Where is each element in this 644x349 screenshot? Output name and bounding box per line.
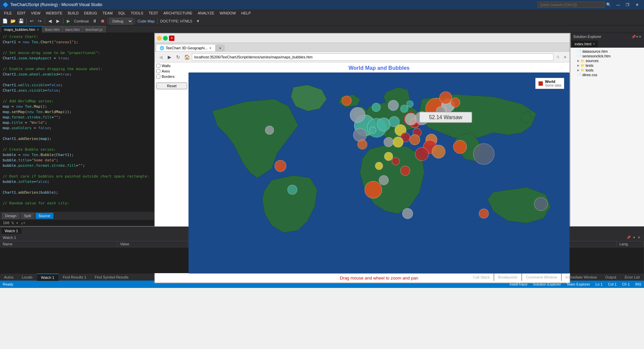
menu-test[interactable]: TEST xyxy=(146,9,161,17)
tab-maps-bubbles[interactable]: maps_bubbles.htm ✕ xyxy=(1,26,42,33)
debug-watch1[interactable]: Watch 1 xyxy=(37,273,59,281)
svg-point-23 xyxy=(473,144,494,164)
debug-find-symbol[interactable]: Find Symbol Results xyxy=(91,273,133,281)
debug-output[interactable]: Output xyxy=(601,273,621,281)
menu-file[interactable]: FILE xyxy=(1,9,14,17)
tab-bars[interactable]: bars.htm xyxy=(63,26,83,33)
menu-debug[interactable]: DEBUG xyxy=(81,9,100,17)
debug-command-window[interactable]: Command Window xyxy=(522,273,561,281)
svg-point-2 xyxy=(350,107,365,122)
debug-error-list[interactable]: Error List xyxy=(621,273,644,281)
nav-forward[interactable]: ▶ xyxy=(166,53,173,61)
tree-node-tests[interactable]: ▶ 📁 tests xyxy=(572,63,643,68)
close-panel-icon[interactable]: ✕ xyxy=(639,35,641,39)
debug-dropdown[interactable]: Debug Release xyxy=(109,18,133,24)
toolbar-redo[interactable]: ↪ xyxy=(36,17,43,25)
code-line: Chart1.zoom.keepAspect = true; xyxy=(3,56,152,61)
browser-minimize[interactable] xyxy=(157,36,162,41)
menu-help[interactable]: HELP xyxy=(238,9,254,17)
browser-new-tab[interactable]: + xyxy=(216,45,224,51)
menu-build[interactable]: BUILD xyxy=(65,9,81,17)
nav-back[interactable]: ◀ xyxy=(157,53,164,61)
tree-node-seriesonclick[interactable]: 📄 seriesonclick.htm xyxy=(572,54,643,58)
code-line xyxy=(3,195,152,201)
tab-teechart[interactable]: teechart.js xyxy=(83,26,106,33)
tree-node-datasource[interactable]: 📄 datasource.htm xyxy=(572,49,643,54)
tree-node-sources[interactable]: ▶ 📁 sources xyxy=(572,58,643,63)
tree-node-tools[interactable]: ▶ 📁 tools xyxy=(572,68,643,72)
watch-tab[interactable]: Watch 1 xyxy=(1,227,21,234)
code-line xyxy=(3,168,152,174)
toolbar-start[interactable]: ▶ xyxy=(65,17,72,25)
chart-area[interactable]: 52.14 Warsaw World Some data xyxy=(189,72,570,273)
debug-immediate-window[interactable]: Immediate Window xyxy=(561,273,601,281)
team-explorer-status[interactable]: Team Explorer xyxy=(566,282,590,286)
toolbar-undo[interactable]: ↩ xyxy=(28,17,35,25)
menu-architecture[interactable]: ARCHITECTURE xyxy=(161,9,195,17)
breakpoints-label: Breakpoints xyxy=(498,275,518,279)
split-button[interactable]: Split xyxy=(21,213,34,219)
nav-refresh[interactable]: ↻ xyxy=(174,53,182,61)
source-button[interactable]: Source xyxy=(36,213,53,219)
debug-breakpoints[interactable]: Breakpoints xyxy=(494,273,522,281)
toolbar-pause[interactable]: ⏸ xyxy=(91,17,98,25)
tab-maps-bubbles-close[interactable]: ✕ xyxy=(37,28,39,32)
axes-label: Axes xyxy=(162,69,170,73)
debug-locals[interactable]: Locals xyxy=(18,273,37,281)
toolbar-new[interactable]: 📄 xyxy=(1,17,9,25)
toolbar-back[interactable]: ◀ xyxy=(46,17,54,25)
design-button[interactable]: Design xyxy=(2,213,19,219)
pin-icon[interactable]: 📌 xyxy=(632,35,636,39)
toolbar-dropdown2[interactable]: ▾ xyxy=(194,17,202,25)
minimize-button[interactable]: — xyxy=(614,1,623,8)
cs-chevron-icon[interactable]: ▾ xyxy=(633,235,636,240)
index-tab-close[interactable]: ✕ xyxy=(593,42,595,46)
menu-view[interactable]: VIEW xyxy=(28,9,43,17)
axes-checkbox[interactable] xyxy=(156,69,160,73)
url-bar[interactable] xyxy=(192,53,553,61)
browser-tab-active[interactable]: 🌐 TeeChart 3D Geographi... ✕ xyxy=(156,45,215,51)
tab-lines[interactable]: lines.htm xyxy=(42,26,63,33)
svg-point-4 xyxy=(377,118,390,131)
browser-title-bar: ✕ xyxy=(155,34,570,43)
menu-sql[interactable]: SQL xyxy=(115,9,128,17)
debug-autos[interactable]: Autos xyxy=(0,273,18,281)
menu-team[interactable]: TEAM xyxy=(100,9,115,17)
borders-checkbox[interactable] xyxy=(156,74,160,79)
toolbar-codemap[interactable]: Code Map xyxy=(136,17,156,25)
cs-pin-icon[interactable]: 📌 xyxy=(626,235,631,240)
browser-tab-close[interactable]: ✕ xyxy=(209,46,212,50)
toolbar-forward[interactable]: ▶ xyxy=(54,17,62,25)
toolbar-open[interactable]: 📂 xyxy=(9,17,17,25)
cs-close-icon[interactable]: ✕ xyxy=(637,235,641,240)
zoom-level[interactable]: 100 % ▾ xyxy=(3,221,18,225)
toolbar-doctype[interactable]: DOCTYPE: HTML5 xyxy=(159,17,194,25)
intelli-trace[interactable]: IntelliTrace xyxy=(509,282,527,286)
toolbar-save[interactable]: 💾 xyxy=(17,17,25,25)
index-tab[interactable]: index.html ✕ xyxy=(572,41,598,47)
tree-node-dtree[interactable]: 📄 dtree.css xyxy=(572,72,643,77)
menu-edit[interactable]: EDIT xyxy=(14,9,28,17)
menu-tools[interactable]: TOOLS xyxy=(128,9,146,17)
walls-label: Walls xyxy=(162,64,170,68)
debug-call-stack[interactable]: Call Stack xyxy=(469,273,494,281)
svg-point-37 xyxy=(439,92,452,104)
nav-home[interactable]: 🏠 xyxy=(183,53,191,61)
nav-star[interactable]: ☆ xyxy=(555,54,561,60)
browser-close-chrome[interactable]: ✕ xyxy=(169,36,174,41)
solution-explorer-status[interactable]: Solution Explorer xyxy=(533,282,561,286)
close-button[interactable]: ✕ xyxy=(633,1,641,8)
menu-website[interactable]: WEBSITE xyxy=(43,9,65,17)
toolbar-stop[interactable]: ⏹ xyxy=(99,17,106,25)
walls-checkbox[interactable] xyxy=(156,64,160,68)
tree-node-label: datasource.htm xyxy=(582,49,608,53)
restore-button[interactable]: ❐ xyxy=(623,1,632,8)
nav-menu[interactable]: ≡ xyxy=(562,54,568,60)
chevron-icon[interactable]: ▾ xyxy=(636,35,638,39)
menu-analyze[interactable]: ANALYZE xyxy=(195,9,217,17)
quick-launch-input[interactable] xyxy=(538,2,605,8)
reset-button[interactable]: Reset xyxy=(156,83,187,89)
menu-window[interactable]: WINDOW xyxy=(217,9,238,17)
browser-maximize[interactable] xyxy=(163,36,168,41)
debug-find-results[interactable]: Find Results 1 xyxy=(59,273,91,281)
